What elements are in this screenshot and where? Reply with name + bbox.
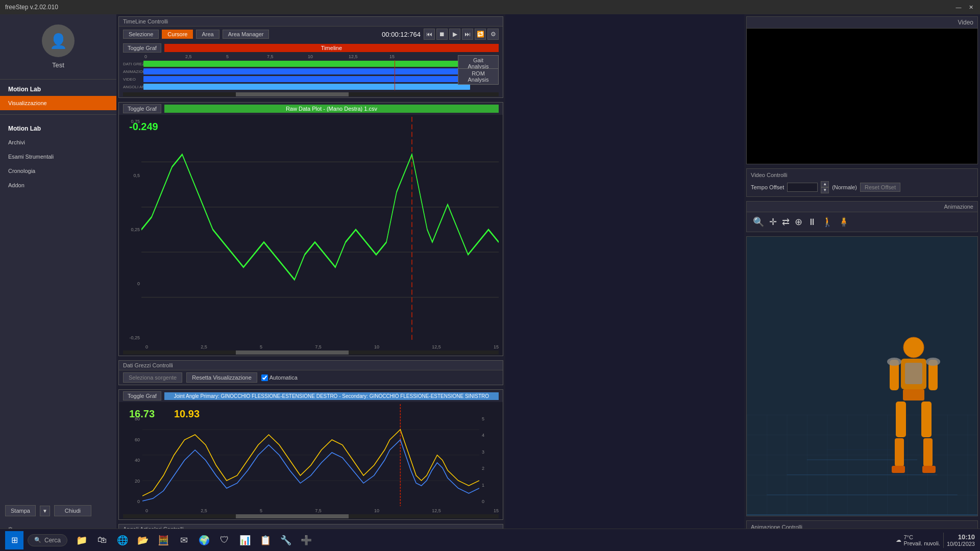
svg-rect-26 [922,466,936,473]
tab-area[interactable]: Area [196,30,219,39]
track-label-angoli: ANGOLI ART. [123,85,143,89]
taskbar-browser-icon[interactable]: 🌍 [196,532,212,548]
svg-point-28 [926,358,940,366]
anim-search-icon[interactable]: 🔍 [753,216,764,228]
avatar: 👤 [42,24,75,57]
video-tempo-label: Tempo Offset [751,184,784,190]
close-button[interactable]: ✕ [967,3,975,11]
sidebar-item-cronologia[interactable]: Cronologia [0,164,116,178]
raw-data-scrollbar[interactable] [123,350,499,355]
nav-play[interactable]: ▶ [449,29,460,40]
timeline-section-header: TimeLine Controlli [119,17,503,27]
nav-back[interactable]: ⏹ [436,29,448,40]
taskbar-edge-icon[interactable]: 🌐 [114,532,131,548]
video-controls-header: Video Controlli [751,172,973,178]
stampa-arrow-button[interactable]: ▼ [40,506,50,516]
joint-x-75: 7,5 [315,508,322,513]
tab-area-manager[interactable]: Area Manager [223,30,270,39]
raw-data-y-axis: 0,75 0,5 0,25 0 -0,25 [123,117,141,342]
timeline-toggle-graf[interactable]: Toggle Graf [123,43,161,53]
joint-x-15: 15 [494,508,499,513]
joint-y-r4: 4 [480,433,499,438]
dati-grezzi-header: Dati Grezzi Controlli [119,361,503,370]
anim-walk-icon[interactable]: 🚶 [822,216,833,228]
timeline-scrollbar[interactable] [123,92,499,96]
video-tempo-up[interactable]: ▲ [821,181,829,187]
video-screen [747,29,977,164]
animazione-icons: 🔍 ✛ ⇄ ⊕ ⏸ 🚶 🧍 [747,212,977,232]
rom-analysis-button[interactable]: ROM Analysis [458,68,499,85]
video-reset-offset-button[interactable]: Reset Offset [860,183,900,192]
stampa-button[interactable]: Stampa [5,505,36,516]
dati-auto-checkbox-container: Automatica [261,374,298,381]
nav-loop[interactable]: 🔁 [475,29,486,40]
anim-target-icon[interactable]: ⊕ [795,216,802,228]
tab-selezione[interactable]: Selezione [123,30,159,39]
joint-y-r5: 5 [480,416,499,421]
joint-y-r0: 0 [480,499,499,504]
raw-data-section: Toggle Graf Raw Data Plot - (Mano Destra… [118,102,503,356]
anim-stand-icon[interactable]: 🧍 [838,216,849,228]
sidebar-item-esami[interactable]: Esami Strumentali [0,149,116,164]
joint-scrollbar[interactable] [123,514,499,518]
minimize-button[interactable]: — [954,3,963,11]
ruler-mark-75: 7,5 [267,54,308,59]
window-controls: — ✕ [954,3,975,11]
video-controls-section: Video Controlli Tempo Offset ▲ ▼ (Normal… [746,168,978,197]
taskbar-store-icon[interactable]: 🛍 [94,532,110,548]
taskbar-app3-icon[interactable]: 🔧 [278,532,294,548]
taskbar-calc-icon[interactable]: 🧮 [155,532,172,548]
video-normale-label: (Normale) [832,184,857,190]
dati-auto-label: Automatica [270,374,298,381]
taskbar-security-icon[interactable]: 🛡 [216,532,233,548]
sidebar-item-addon[interactable]: Addon [0,178,116,192]
animazione-header: Animazione [747,202,977,212]
joint-y-60: 60 [123,437,141,442]
anim-pause-icon[interactable]: ⏸ [807,217,817,228]
video-tempo-down[interactable]: ▼ [821,187,829,193]
right-panel: Video Video Controlli Tempo Offset ▲ ▼ (… [744,14,980,551]
taskbar-mail-icon[interactable]: ✉ [176,532,192,548]
ruler-mark-5: 5 [226,54,267,59]
tracks: DATI GREZZI ANIMAZIONE VIDEO ANGOLI ART. [123,60,499,90]
ruler-mark-0: 0 [144,54,185,59]
joint-x-5: 5 [260,508,262,513]
dati-select-sorgente[interactable]: Seleziona sorgente [123,372,182,383]
taskbar-explorer-icon[interactable]: 📁 [74,532,90,548]
track-label-animazione: ANIMAZIONE [123,69,143,74]
main-content: TimeLine Controlli Selezione Cursore Are… [116,14,505,551]
nav-settings[interactable]: ⚙ [487,29,499,40]
nav-forward[interactable]: ⏭ [462,29,473,40]
video-tempo-input[interactable] [787,183,818,192]
weather-icon: ☁ [896,537,901,543]
taskbar-add-icon[interactable]: ➕ [298,532,314,548]
taskbar-app2-icon[interactable]: 📋 [257,532,274,548]
taskbar: ⊞ 🔍 Cerca 📁 🛍 🌐 📂 🧮 ✉ 🌍 🛡 📊 📋 🔧 ➕ ☁ 7°C … [0,529,980,551]
anim-move-icon[interactable]: ✛ [769,216,777,228]
search-bar[interactable]: 🔍 Cerca [28,534,67,546]
joint-x-axis: 0 2,5 5 7,5 10 12,5 15 [141,508,503,513]
x-label-125: 12,5 [432,344,441,349]
taskbar-clock: 10:10 10/01/2023 [947,533,975,547]
x-label-15: 15 [494,344,499,349]
video-header: Video [747,17,977,29]
timeline-time: 00:00:12:764 [382,31,421,38]
joint-toggle-graf[interactable]: Toggle Graf [123,391,161,400]
dati-auto-checkbox[interactable] [261,374,268,381]
x-label-10: 10 [374,344,379,349]
joint-x-25: 2,5 [201,508,207,513]
sidebar-item-archivi[interactable]: Archivi [0,135,116,149]
start-button[interactable]: ⊞ [5,531,23,549]
raw-data-chart: -0.249 0,75 0,5 0,25 0 -0,25 [123,117,499,342]
chiudi-button[interactable]: Chiudi [54,505,91,516]
taskbar-files-icon[interactable]: 📂 [135,532,151,548]
dati-resetta-visualizzazione[interactable]: Resetta Visualizzazione [186,372,257,383]
anim-shuffle-icon[interactable]: ⇄ [782,216,790,228]
nav-back-start[interactable]: ⏮ [424,29,435,40]
sidebar-item-visualizzazione[interactable]: Visualizzazione [0,96,116,110]
y-label-05: 0,5 [123,173,141,178]
tab-cursore[interactable]: Cursore [162,30,193,39]
raw-data-toggle-graf[interactable]: Toggle Graf [123,104,161,113]
taskbar-app1-icon[interactable]: 📊 [237,532,253,548]
sidebar-section1-label: Motion Lab [0,80,116,96]
